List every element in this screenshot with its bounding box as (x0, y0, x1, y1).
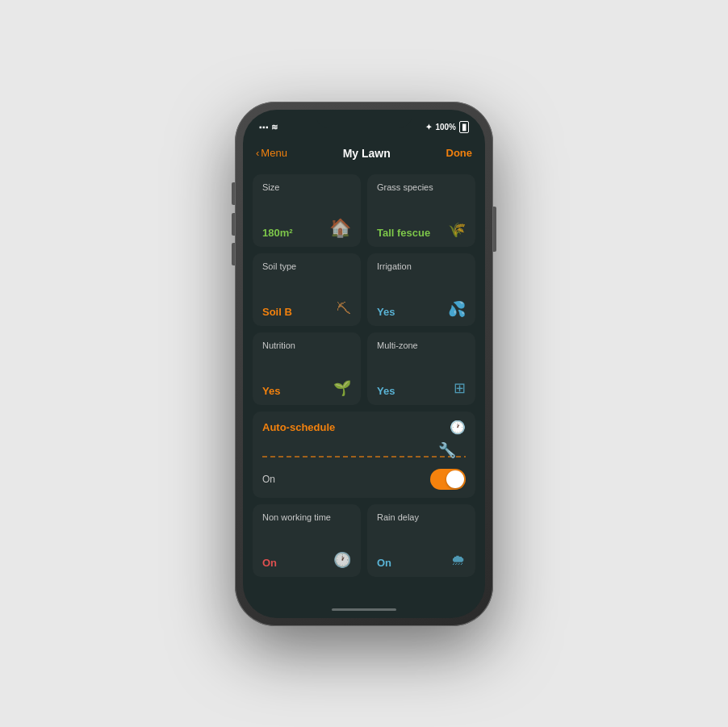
mower-track: 🔧 (262, 440, 466, 462)
soil-card-bottom: Soil B ⛏ (262, 301, 351, 318)
rain-delay-label: Rain delay (377, 512, 466, 522)
phone-screen: ▪▪▪ ≋ 9:41 AM ✦ 100% ▮ ‹ Menu My Lawn Do… (243, 110, 485, 618)
row-2: Soil type Soil B ⛏ Irrigation Yes 💦 (253, 253, 475, 326)
notch (316, 110, 412, 127)
size-label: Size (262, 182, 351, 192)
multizone-value: Yes (377, 385, 395, 397)
size-card[interactable]: Size 180m² 🏠 (253, 174, 361, 247)
page-title: My Lawn (343, 147, 391, 160)
mower-icon: 🔧 (438, 441, 456, 459)
size-card-bottom: 180m² 🏠 (262, 218, 351, 239)
auto-schedule-card[interactable]: Auto-schedule 🕐 🔧 On (253, 412, 475, 498)
irrigation-card[interactable]: Irrigation Yes 💦 (367, 253, 475, 326)
nutrition-card-bottom: Yes 🌱 (262, 379, 351, 397)
irrigation-label: Irrigation (377, 261, 466, 271)
rain-delay-value: On (377, 557, 391, 569)
clock-icon: 🕐 (450, 420, 466, 435)
nutrition-icon: 🌱 (333, 379, 351, 397)
auto-schedule-header: Auto-schedule 🕐 (262, 420, 466, 435)
silent-button (232, 243, 235, 265)
soil-icon: ⛏ (337, 301, 351, 318)
size-value: 180m² (262, 227, 293, 239)
battery-percent: 100% (435, 123, 456, 132)
multizone-card[interactable]: Multi-zone Yes ⊞ (367, 332, 475, 405)
toggle-knob (446, 470, 464, 488)
irrigation-card-bottom: Yes 💦 (377, 300, 466, 318)
nutrition-card[interactable]: Nutrition Yes 🌱 (253, 332, 361, 405)
phone-frame: ▪▪▪ ≋ 9:41 AM ✦ 100% ▮ ‹ Menu My Lawn Do… (235, 102, 493, 626)
signal-strength: ▪▪▪ ≋ (259, 123, 278, 132)
battery-icon: ▮ (459, 121, 469, 133)
home-bar (332, 608, 396, 611)
grass-icon: 🌾 (448, 221, 466, 239)
auto-schedule-toggle[interactable] (430, 469, 466, 490)
row-4: Non working time On 🕐 Rain delay On 🌧 (253, 504, 475, 577)
auto-schedule-title-text: Auto-schedule (262, 421, 335, 433)
irrigation-value: Yes (377, 306, 395, 318)
auto-schedule-bottom: On (262, 469, 466, 490)
back-label: Menu (261, 147, 287, 159)
non-working-icon: 🕐 (333, 551, 351, 569)
non-working-label: Non working time (262, 512, 351, 522)
volume-down-button (232, 213, 235, 236)
soil-label: Soil type (262, 261, 351, 271)
home-indicator (243, 602, 485, 618)
grass-species-card[interactable]: Grass species Tall fescue 🌾 (367, 174, 475, 247)
grass-value: Tall fescue (377, 227, 430, 239)
main-content: Size 180m² 🏠 Grass species Tall fescue 🌾 (243, 168, 485, 602)
rain-delay-card[interactable]: Rain delay On 🌧 (367, 504, 475, 577)
non-working-time-card[interactable]: Non working time On 🕐 (253, 504, 361, 577)
track-line (262, 456, 466, 458)
irrigation-icon: 💦 (448, 300, 466, 318)
grass-card-bottom: Tall fescue 🌾 (377, 221, 466, 239)
nutrition-value: Yes (262, 385, 280, 397)
volume-up-button (232, 182, 235, 205)
row-1: Size 180m² 🏠 Grass species Tall fescue 🌾 (253, 174, 475, 247)
non-working-card-bottom: On 🕐 (262, 551, 351, 569)
multizone-icon: ⊞ (454, 379, 466, 397)
rain-delay-icon: 🌧 (451, 552, 466, 569)
back-chevron-icon: ‹ (256, 147, 259, 159)
soil-value: Soil B (262, 306, 292, 318)
done-button[interactable]: Done (446, 147, 473, 159)
non-working-value: On (262, 557, 277, 569)
grass-label: Grass species (377, 182, 466, 192)
soil-type-card[interactable]: Soil type Soil B ⛏ (253, 253, 361, 326)
size-icon: 🏠 (329, 218, 351, 239)
bluetooth-icon: ✦ (425, 123, 432, 132)
nav-bar: ‹ Menu My Lawn Done (243, 139, 485, 168)
auto-on-label: On (262, 474, 275, 485)
battery-info: ✦ 100% ▮ (425, 121, 469, 133)
row-3: Nutrition Yes 🌱 Multi-zone Yes ⊞ (253, 332, 475, 405)
power-button (493, 207, 496, 252)
back-button[interactable]: ‹ Menu (256, 147, 287, 159)
rain-delay-card-bottom: On 🌧 (377, 552, 466, 569)
multizone-label: Multi-zone (377, 341, 466, 350)
multizone-card-bottom: Yes ⊞ (377, 379, 466, 397)
nutrition-label: Nutrition (262, 341, 351, 350)
